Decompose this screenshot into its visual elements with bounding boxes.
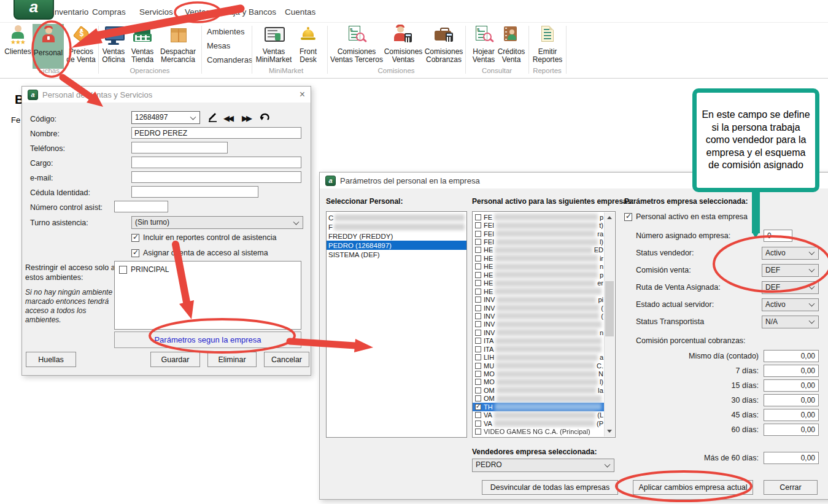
commission-input[interactable]: 0,00: [764, 365, 819, 377]
param-select[interactable]: Activo: [762, 247, 819, 260]
undo-icon[interactable]: [259, 112, 270, 125]
empresa-list-item[interactable]: ITA: [473, 337, 605, 345]
vendedores-select[interactable]: PEDRO: [472, 459, 614, 472]
empresa-list-item[interactable]: INV: [473, 320, 605, 328]
empresa-list-item[interactable]: MO N: [473, 370, 605, 378]
empresa-list-item[interactable]: INV (: [473, 304, 605, 312]
empresa-list-item[interactable]: HE p: [473, 271, 605, 279]
empresa-list-item[interactable]: INV pi: [473, 295, 605, 303]
comanderas-button[interactable]: Comanderas: [207, 55, 252, 64]
personal-button[interactable]: Personal: [33, 24, 64, 69]
empresa-list-item[interactable]: ITA: [473, 345, 605, 353]
ambientes-button[interactable]: Ambientes: [207, 27, 244, 36]
edit-pencil-icon[interactable]: [207, 112, 219, 125]
cerrar-button[interactable]: Cerrar: [764, 480, 818, 495]
empresa-list-item[interactable]: TH: [473, 403, 605, 411]
param-select[interactable]: N/A: [762, 316, 819, 328]
commission-input[interactable]: 0,00: [764, 424, 819, 436]
telefonos-input[interactable]: [131, 142, 228, 153]
mesas-button[interactable]: Mesas: [207, 41, 230, 50]
menu-ventas[interactable]: Ventas: [185, 7, 210, 17]
empresa-list-item[interactable]: INV (: [473, 312, 605, 320]
menu-compras[interactable]: Compras: [92, 7, 126, 17]
numero-asignado-input[interactable]: 0: [764, 230, 792, 242]
commission-row: 45 días: 0,00: [636, 408, 819, 422]
param-select[interactable]: DEF: [762, 281, 819, 294]
empresas-listbox[interactable]: FE p FEI t) FEI ra FEI l): [472, 211, 616, 438]
personal-activo-checkbox[interactable]: Personal activo en esta empresa: [624, 212, 748, 221]
cargo-input[interactable]: [131, 157, 301, 168]
empresa-list-item[interactable]: VA (L: [473, 411, 605, 419]
param-select-row: Status vendedor: Activo: [636, 244, 819, 262]
personal-list-item[interactable]: SISTEMA (DEF): [327, 250, 466, 259]
empresa-list-item[interactable]: VA (P: [473, 419, 605, 427]
menu-cuentas[interactable]: Cuentas: [285, 7, 315, 17]
empresa-list-item[interactable]: HE: [473, 287, 605, 295]
menu-caja-bancos[interactable]: Caja y Bancos: [223, 7, 276, 17]
empresa-list-item[interactable]: OM Ia: [473, 386, 605, 394]
huellas-button[interactable]: Huellas: [26, 352, 76, 367]
guardar-button[interactable]: Guardar: [150, 352, 200, 367]
param-select[interactable]: Activo: [762, 298, 819, 311]
param-select[interactable]: DEF: [762, 264, 819, 277]
redacted-blur: [497, 371, 597, 378]
empresa-list-item[interactable]: HE er: [473, 279, 605, 287]
empresa-list-item[interactable]: OM: [473, 395, 605, 403]
redacted-blur: [497, 379, 598, 386]
dialog2-title: Parámetros del personal en la empresa: [340, 176, 480, 185]
personal-activo-label: Personal activo para las siguientes empr…: [472, 197, 633, 206]
empresa-list-item[interactable]: FEI ra: [473, 230, 605, 238]
callout-text: En este campo se define si la persona tr…: [697, 107, 815, 173]
commission-input[interactable]: 0,00: [764, 394, 819, 406]
personal-list-item[interactable]: C: [327, 213, 466, 222]
empresa-list-item[interactable]: FEI l): [473, 238, 605, 246]
chevron-down-icon: [605, 462, 611, 468]
scrollbar[interactable]: [604, 212, 614, 436]
ambientes-listbox[interactable]: PRINCIPAL: [114, 261, 301, 330]
empresa-list-item[interactable]: HE ir: [473, 254, 605, 262]
desvincular-button[interactable]: Desvincular de todas las empresas: [482, 480, 618, 495]
dialog1-title-bar[interactable]: a Personal de Ventas y Servicios ×: [22, 87, 311, 103]
commission-row: 30 días: 0,00: [636, 393, 819, 408]
empresa-list-item[interactable]: MU C.: [473, 362, 605, 370]
scrollbar-thumb[interactable]: [605, 281, 614, 336]
empresa-list-item[interactable]: FE p: [473, 213, 605, 221]
empresa-list-item[interactable]: HE n: [473, 263, 605, 271]
personal-list-item[interactable]: PEDRO (12684897): [327, 241, 466, 250]
cancelar-button[interactable]: Cancelar: [264, 352, 309, 367]
next-record-icon[interactable]: ▶▶: [242, 114, 250, 123]
menu-inventario[interactable]: Inventario: [52, 7, 88, 17]
commission-input[interactable]: 0,00: [764, 409, 819, 421]
turno-select[interactable]: (Sin turno): [131, 216, 303, 229]
incluir-reportes-checkbox[interactable]: Incluir en reportes control de asistenci…: [131, 233, 276, 242]
personal-listbox[interactable]: C F FREDDY (FREDDY) PEDRO (12684897) SIS…: [326, 211, 467, 438]
aplicar-cambios-button[interactable]: Aplicar cambios empresa actual: [633, 480, 753, 495]
close-icon[interactable]: ×: [300, 90, 305, 99]
empresa-list-item[interactable]: LIH a: [473, 353, 605, 361]
commission-input[interactable]: 0,00: [764, 379, 819, 392]
empresa-list-item[interactable]: MO l): [473, 378, 605, 386]
menu-servicios[interactable]: Servicios: [139, 7, 173, 17]
commission-row: 7 días: 0,00: [636, 363, 819, 378]
asignar-cuenta-checkbox[interactable]: Asignar cuenta de acceso al sistema: [131, 249, 268, 257]
ambiente-principal-checkbox[interactable]: PRINCIPAL: [119, 265, 169, 274]
previous-record-icon[interactable]: ◀◀: [223, 114, 232, 123]
empresa-list-item[interactable]: HE ED: [473, 246, 605, 254]
control-asist-input[interactable]: [114, 201, 168, 212]
email-input[interactable]: [131, 171, 301, 183]
empresa-list-item[interactable]: INV n: [473, 328, 605, 336]
empresa-list-item[interactable]: FEI t): [473, 221, 605, 229]
nombre-input[interactable]: PEDRO PEREZ: [131, 127, 301, 139]
mas60-input[interactable]: 0,00: [764, 452, 819, 464]
redacted-blur: [497, 297, 596, 303]
codigo-combobox[interactable]: 12684897: [131, 111, 200, 124]
eliminar-button[interactable]: Eliminar: [207, 352, 257, 367]
scroll-up-icon[interactable]: [607, 216, 612, 219]
commission-input[interactable]: 0,00: [764, 350, 819, 362]
personal-list-item[interactable]: FREDDY (FREDDY): [327, 231, 466, 241]
cedula-input[interactable]: [131, 186, 258, 198]
scroll-down-icon[interactable]: [607, 430, 612, 433]
parametros-empresa-button[interactable]: Parámetros segun la empresa: [114, 331, 301, 348]
personal-list-item[interactable]: F: [327, 222, 466, 231]
empresa-list-item[interactable]: VIDEO GAMES NG C.A. (Principal): [473, 427, 605, 435]
